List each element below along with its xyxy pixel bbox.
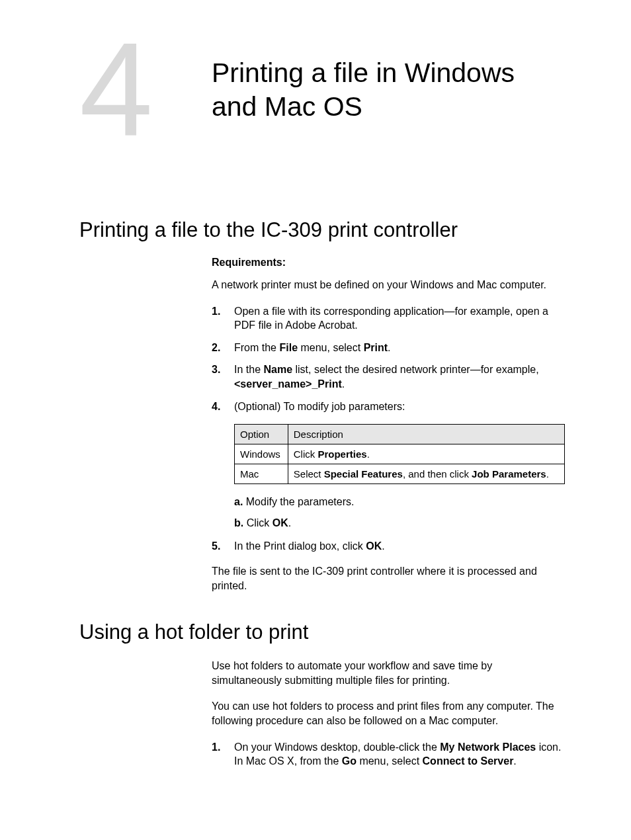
table-header-row: Option Description xyxy=(235,425,565,444)
example-value: <server_name>_Print xyxy=(234,378,342,390)
document-page: 4 Printing a file in Windows and Mac OS … xyxy=(0,0,631,832)
table-header-option: Option xyxy=(235,425,288,444)
step-1: On your Windows desktop, double-click th… xyxy=(212,740,565,769)
procedure-steps-1-cont: In the Print dialog box, click OK. xyxy=(212,539,565,554)
chapter-header: 4 Printing a file in Windows and Mac OS xyxy=(79,33,565,146)
menu-name: File xyxy=(279,342,298,353)
step-2: From the File menu, select Print. xyxy=(212,341,565,355)
button-name: OK xyxy=(273,517,288,528)
ui-term: Special Features xyxy=(324,468,403,480)
step-text: On your Windows desktop, double-click th… xyxy=(234,741,440,753)
cell-text: . xyxy=(367,448,370,460)
sub-step-text: . xyxy=(288,517,291,528)
cell-text: Click xyxy=(294,448,318,460)
step-text: icon. xyxy=(536,741,561,753)
intro-para-2: You can use hot folders to process and p… xyxy=(212,699,565,728)
requirements-text: A network printer must be defined on you… xyxy=(212,278,565,292)
procedure-steps-1: Open a file with its corresponding appli… xyxy=(212,304,565,414)
section-title-1: Printing a file to the IC-309 print cont… xyxy=(79,218,565,242)
sub-step-b: b. Click OK. xyxy=(234,515,565,532)
sub-step-a: a. Modify the parameters. xyxy=(234,493,565,511)
cell-text: Select xyxy=(294,468,324,480)
ui-term: My Network Places xyxy=(440,741,536,753)
closing-text: The file is sent to the IC-309 print con… xyxy=(212,564,565,593)
step-text: Open a file with its corresponding appli… xyxy=(234,306,548,331)
table-header-description: Description xyxy=(288,425,564,444)
cell-text: . xyxy=(546,468,549,480)
sub-step-label: b. xyxy=(234,517,243,528)
step-text: . xyxy=(513,755,516,767)
sub-step-text: Modify the parameters. xyxy=(243,496,354,507)
ui-term: Job Parameters xyxy=(472,468,546,480)
table-cell-option: Windows xyxy=(235,444,288,464)
menu-name: Go xyxy=(342,755,357,767)
options-table: Option Description Windows Click Propert… xyxy=(234,424,565,484)
cell-text: , and then click xyxy=(403,468,472,480)
step-5: In the Print dialog box, click OK. xyxy=(212,539,565,554)
sub-step-label: a. xyxy=(234,496,243,507)
intro-para-1: Use hot folders to automate your workflo… xyxy=(212,659,565,687)
table-cell-description: Click Properties. xyxy=(288,444,564,464)
step-1: Open a file with its corresponding appli… xyxy=(212,304,565,333)
step-text: From the xyxy=(234,342,279,353)
table-row: Mac Select Special Features, and then cl… xyxy=(235,464,565,484)
table-cell-option: Mac xyxy=(235,464,288,484)
chapter-number: 4 xyxy=(79,33,212,146)
chapter-title: Printing a file in Windows and Mac OS xyxy=(212,56,565,124)
step-text: . xyxy=(382,540,384,552)
field-name: Name xyxy=(263,364,292,375)
sub-steps: a. Modify the parameters. b. Click OK. xyxy=(234,493,565,531)
requirements-label: Requirements: xyxy=(212,257,565,269)
table-cell-description: Select Special Features, and then click … xyxy=(288,464,564,484)
button-name: OK xyxy=(366,540,382,552)
step-text: . xyxy=(388,342,390,353)
section-1-body: Requirements: A network printer must be … xyxy=(212,257,565,593)
command-name: Connect to Server xyxy=(423,755,514,767)
section-2-body: Use hot folders to automate your workflo… xyxy=(212,659,565,769)
procedure-steps-2: On your Windows desktop, double-click th… xyxy=(212,740,565,769)
step-text: In the Print dialog box, click xyxy=(234,540,366,552)
step-4: (Optional) To modify job parameters: xyxy=(212,399,565,414)
step-text: In Mac OS X, from the xyxy=(234,755,342,767)
step-text: menu, select xyxy=(298,342,364,353)
step-text: (Optional) To modify job parameters: xyxy=(234,401,405,412)
step-3: In the Name list, select the desired net… xyxy=(212,362,565,391)
step-text: menu, select xyxy=(357,755,423,767)
ui-term: Properties xyxy=(317,448,366,460)
command-name: Print xyxy=(364,342,388,353)
sub-step-text: Click xyxy=(243,517,273,528)
step-text: In the xyxy=(234,364,263,375)
section-title-2: Using a hot folder to print xyxy=(79,620,565,644)
step-text: . xyxy=(342,378,345,390)
table-row: Windows Click Properties. xyxy=(235,444,565,464)
step-text: list, select the desired network printer… xyxy=(292,364,539,375)
